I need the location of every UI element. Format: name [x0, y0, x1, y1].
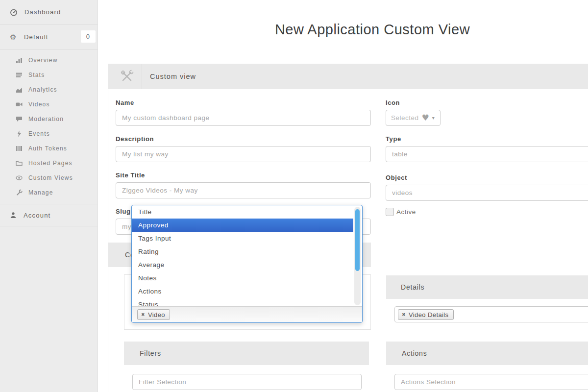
chip-label: Video Details	[409, 311, 449, 318]
sidebar-item-videos[interactable]: Videos	[0, 97, 98, 112]
dropdown-option[interactable]: Tags Input	[132, 232, 353, 245]
app-count-badge: 0	[81, 30, 96, 43]
panel-edge	[108, 89, 108, 392]
description-input[interactable]	[116, 146, 371, 162]
name-input[interactable]	[116, 110, 371, 126]
dropdown-option[interactable]: Rating	[132, 245, 353, 258]
selected-chip: ✖ Video Details	[398, 309, 454, 320]
bar-chart-icon	[16, 57, 23, 64]
active-checkbox[interactable]	[386, 208, 394, 216]
icon-label: Icon	[386, 99, 400, 106]
sidebar-item-label: Default	[24, 33, 49, 41]
dropdown-scrollbar-thumb[interactable]	[355, 209, 360, 271]
sidebar-item-label: Analytics	[28, 86, 57, 93]
dashboard-gauge-icon	[10, 8, 18, 16]
sidebar-item-custom-views[interactable]: Custom Views	[0, 171, 98, 185]
barcode-icon	[16, 145, 23, 152]
sidebar-item-manage[interactable]: Manage	[0, 185, 98, 200]
sidebar-item-label: Moderation	[28, 116, 64, 122]
columns-dropdown-options: TitleApprovedTags InputRatingAverageNote…	[132, 205, 353, 306]
sidebar-item-default-app[interactable]: ⚙ Default 0	[0, 24, 98, 49]
tools-icon	[119, 69, 142, 84]
sidebar-item-label: Auth Tokens	[28, 145, 67, 152]
actions-panel-header: Actions	[386, 342, 588, 365]
sidebar-item-label: Account	[24, 212, 50, 219]
person-icon	[10, 212, 17, 219]
sidebar-item-label: Events	[28, 130, 50, 137]
dropdown-option[interactable]: Average	[132, 258, 353, 271]
filters-panel-title: Filters	[140, 349, 161, 357]
app-window: Dashboard ⚙ Default 0 Overview Stats	[0, 0, 588, 392]
panel-title: Custom view	[150, 73, 196, 80]
remove-chip-icon[interactable]: ✖	[141, 312, 145, 317]
speech-bubble-icon	[16, 116, 23, 122]
sidebar-item-label: Manage	[28, 189, 53, 196]
columns-multiselect[interactable]: ✖ Video	[132, 306, 362, 322]
columns-dropdown: TitleApprovedTags InputRatingAverageNote…	[131, 205, 363, 323]
site-title-label: Site Title	[116, 172, 145, 179]
area-chart-icon	[16, 86, 23, 93]
sidebar-item-hosted-pages[interactable]: Hosted Pages	[0, 156, 98, 171]
dropdown-option[interactable]: Actions	[132, 285, 353, 298]
chevron-down-icon: ▾	[432, 115, 435, 121]
sidebar-item-dashboard[interactable]: Dashboard	[0, 0, 98, 24]
actions-selection-input[interactable]	[394, 374, 588, 390]
dropdown-option[interactable]: Status	[132, 298, 353, 306]
sidebar-item-label: Overview	[28, 57, 58, 64]
chip-label: Video	[148, 311, 165, 318]
sidebar-item-stats[interactable]: Stats	[0, 68, 98, 82]
sidebar-item-label: Videos	[28, 101, 50, 108]
lightning-bolt-icon	[16, 130, 23, 137]
sidebar-item-label: Dashboard	[24, 8, 61, 16]
details-panel-title: Details	[401, 283, 424, 291]
actions-panel-title: Actions	[402, 349, 427, 357]
sidebar-item-moderation[interactable]: Moderation	[0, 112, 98, 126]
heart-icon: ♥	[422, 114, 429, 122]
name-label: Name	[116, 99, 134, 106]
dropdown-option[interactable]: Notes	[132, 271, 353, 285]
folder-icon	[16, 160, 23, 167]
active-label: Active	[396, 208, 416, 216]
sidebar-item-account[interactable]: Account	[0, 204, 98, 226]
type-input[interactable]	[386, 146, 588, 162]
dropdown-option[interactable]: Approved	[132, 219, 353, 232]
sidebar-item-label: Hosted Pages	[28, 160, 73, 167]
wrench-icon	[16, 189, 23, 196]
details-multiselect[interactable]: ✖ Video Details	[394, 306, 588, 322]
page-title: New Application Custom View	[108, 22, 588, 38]
sidebar-item-label: Stats	[28, 72, 45, 78]
sidebar-item-overview[interactable]: Overview	[0, 53, 98, 68]
sidebar-item-events[interactable]: Events	[0, 126, 98, 141]
icon-select-button[interactable]: Selected ♥ ▾	[386, 110, 441, 126]
eye-icon	[16, 174, 23, 181]
icon-select-text: Selected	[391, 114, 419, 122]
site-title-input[interactable]	[116, 182, 371, 198]
dropdown-option[interactable]: Title	[132, 205, 353, 219]
object-input[interactable]	[386, 185, 588, 201]
type-label: Type	[386, 135, 401, 143]
custom-view-panel-header: Custom view	[108, 64, 588, 89]
filter-selection-input[interactable]	[132, 374, 362, 390]
dropdown-scrollbar-track[interactable]	[354, 207, 361, 305]
remove-chip-icon[interactable]: ✖	[402, 312, 406, 317]
sidebar-item-auth-tokens[interactable]: Auth Tokens	[0, 141, 98, 156]
list-lines-icon	[16, 72, 23, 78]
sidebar-item-label: Custom Views	[28, 174, 73, 181]
selected-chip: ✖ Video	[137, 309, 170, 320]
sidebar-item-analytics[interactable]: Analytics	[0, 82, 98, 97]
details-panel-header: Details	[386, 275, 588, 299]
filters-panel-header: Filters	[124, 342, 369, 365]
divider	[142, 64, 142, 89]
divider	[0, 226, 98, 226]
object-label: Object	[386, 174, 407, 181]
video-camera-icon	[16, 101, 23, 108]
slug-label: Slug	[116, 208, 131, 215]
gear-icon: ⚙	[10, 33, 18, 42]
sidebar: Dashboard ⚙ Default 0 Overview Stats	[0, 0, 98, 392]
description-label: Description	[116, 135, 154, 143]
